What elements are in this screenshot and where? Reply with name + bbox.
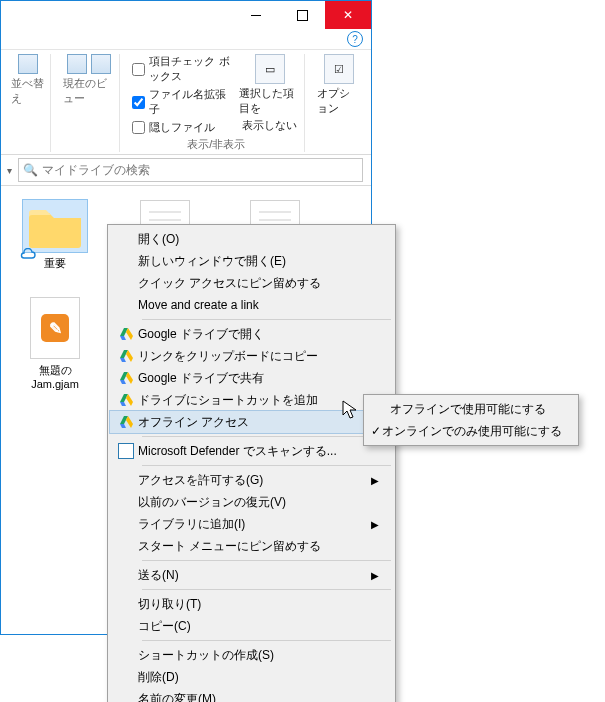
checkbox-item-check[interactable]: 項目チェック ボックス (132, 54, 235, 84)
gdrive-icon (119, 350, 133, 362)
menu-new-window[interactable]: 新しいウィンドウで開く(E) (110, 250, 393, 272)
ribbon: 並べ替え 現在のビュー 項目チェック ボックス ファイル名拡張子 隠しファイル … (1, 49, 371, 155)
menu-gdrive-open[interactable]: Google ドライブで開く (110, 323, 393, 345)
address-toolbar: ▾ 🔍 マイドライブの検索 (1, 155, 371, 186)
menu-defender-scan[interactable]: Microsoft Defender でスキャンする... (110, 440, 393, 462)
sort-button[interactable] (18, 54, 38, 74)
chevron-right-icon: ▶ (371, 570, 379, 581)
gjam-icon: ✎ (30, 297, 80, 359)
checkbox-file-ext[interactable]: ファイル名拡張子 (132, 87, 235, 117)
ribbon-group-view: 現在のビュー (59, 54, 120, 152)
gdrive-icon (119, 372, 133, 384)
chevron-down-icon[interactable]: ▾ (7, 165, 12, 176)
minimize-button[interactable] (233, 1, 279, 29)
ribbon-label-view: 現在のビュー (63, 76, 115, 106)
defender-icon (118, 443, 134, 459)
search-icon: 🔍 (23, 163, 38, 177)
columns-button[interactable] (67, 54, 87, 74)
menu-copy[interactable]: コピー(C) (110, 615, 393, 635)
file-gjam[interactable]: ✎ 無題の Jam.gjam (15, 297, 95, 390)
menu-give-access[interactable]: アクセスを許可する(G)▶ (110, 469, 393, 491)
checkbox-hidden-files[interactable]: 隠しファイル (132, 120, 235, 135)
options-icon: ☑ (324, 54, 354, 84)
close-button[interactable] (325, 1, 371, 29)
search-input[interactable]: 🔍 マイドライブの検索 (18, 158, 363, 182)
maximize-button[interactable] (279, 1, 325, 29)
ribbon-group-sort: 並べ替え (7, 54, 51, 152)
context-menu: 開く(O) 新しいウィンドウで開く(E) クイック アクセスにピン留めする Mo… (107, 224, 396, 635)
titlebar (1, 1, 371, 29)
folder-icon (23, 200, 87, 252)
hide-icon: ▭ (255, 54, 285, 84)
submenu-offline-available[interactable]: オフラインで使用可能にする (366, 398, 576, 420)
menu-add-library[interactable]: ライブラリに追加(I)▶ (110, 513, 393, 535)
fit-button[interactable] (91, 54, 111, 74)
ribbon-label-sort: 並べ替え (11, 76, 46, 106)
menu-move-link[interactable]: Move and create a link (110, 294, 393, 316)
gdrive-icon (119, 394, 133, 406)
options-button[interactable]: ☑ オプション (317, 54, 361, 116)
menu-gdrive-shortcut[interactable]: ドライブにショートカットを追加 (110, 389, 393, 411)
menu-gdrive-copylink[interactable]: リンクをクリップボードにコピー (110, 345, 393, 367)
menu-open[interactable]: 開く(O) (110, 228, 393, 250)
gdrive-icon (119, 328, 133, 340)
file-folder-important[interactable]: 重要 (15, 200, 95, 271)
hide-selected-button[interactable]: ▭ 選択した項目を 表示しない (239, 54, 300, 133)
gdrive-icon (119, 416, 133, 428)
menu-offline-access[interactable]: オフライン アクセス▶ (110, 411, 393, 433)
ribbon-group-showhide: 項目チェック ボックス ファイル名拡張子 隠しファイル ▭ 選択した項目を 表示… (128, 54, 305, 152)
help-icon[interactable]: ? (347, 31, 363, 47)
search-placeholder: マイドライブの検索 (42, 162, 150, 179)
cloud-sync-icon (19, 248, 37, 260)
file-label: 無題の Jam.gjam (15, 363, 95, 390)
menu-restore-prev[interactable]: 以前のバージョンの復元(V) (110, 491, 393, 513)
menu-sendto[interactable]: 送る(N)▶ (110, 564, 393, 586)
ribbon-label-showhide: 表示/非表示 (187, 137, 245, 152)
chevron-right-icon: ▶ (371, 475, 379, 486)
menu-pin-start[interactable]: スタート メニューにピン留めする (110, 535, 393, 557)
menu-gdrive-share[interactable]: Google ドライブで共有 (110, 367, 393, 389)
check-icon (370, 424, 382, 438)
menu-cut[interactable]: 切り取り(T) (110, 593, 393, 615)
submenu-offline: オフラインで使用可能にする オンラインでのみ使用可能にする (363, 394, 579, 446)
menu-pin-quick[interactable]: クイック アクセスにピン留めする (110, 272, 393, 294)
chevron-right-icon: ▶ (371, 519, 379, 530)
file-label: 重要 (44, 256, 66, 271)
help-row: ? (1, 29, 371, 49)
submenu-online-only[interactable]: オンラインでのみ使用可能にする (366, 420, 576, 442)
ribbon-group-options: ☑ オプション (313, 54, 365, 152)
